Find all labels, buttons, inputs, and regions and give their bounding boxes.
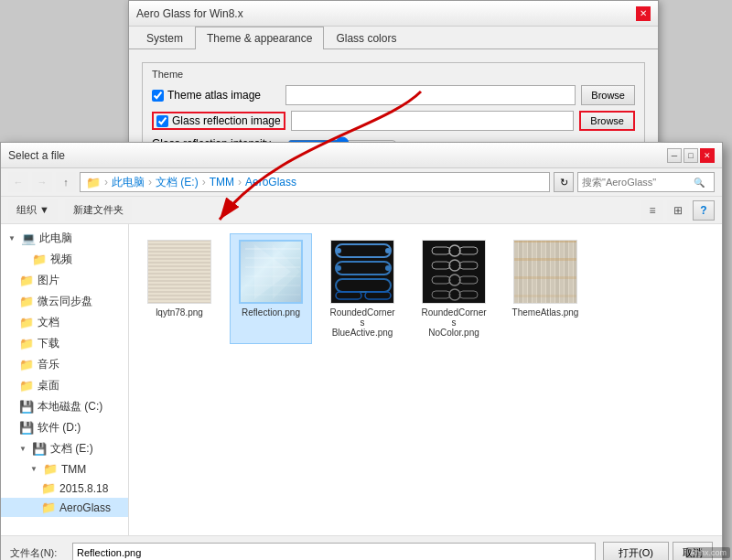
- svg-rect-1: [148, 240, 210, 304]
- toolbar-right: ≡ ⊞ ?: [641, 200, 715, 221]
- sidebar-tree: ▼ 💻 此电脑 📁 视频 📁 图片 📁 微云同步盘 📁 文档: [1, 224, 129, 535]
- file-dialog-titlebar: Select a file ─ □ ✕: [1, 143, 722, 168]
- forward-button[interactable]: →: [32, 172, 52, 192]
- svg-rect-58: [533, 240, 536, 304]
- search-input[interactable]: [582, 177, 692, 188]
- glass-reflection-browse-button[interactable]: Browse: [579, 111, 635, 131]
- glass-reflection-input[interactable]: [291, 111, 575, 131]
- maximize-button[interactable]: □: [684, 148, 698, 163]
- tree-item-weiyun[interactable]: 📁 微云同步盘: [1, 291, 128, 312]
- svg-rect-56: [523, 240, 527, 304]
- svg-rect-59: [537, 240, 541, 304]
- tree-item-downloads[interactable]: 📁 下载: [1, 333, 128, 354]
- tab-system[interactable]: System: [135, 27, 195, 49]
- svg-rect-12: [148, 276, 210, 278]
- svg-rect-19: [148, 302, 210, 304]
- svg-rect-63: [555, 240, 559, 304]
- file-name-lqytn: lqytn78.png: [156, 307, 203, 318]
- file-thumbnail-rounded-blue: [330, 240, 394, 304]
- view-details-button[interactable]: ≡: [641, 200, 663, 221]
- theme-atlas-browse-button[interactable]: Browse: [581, 85, 635, 105]
- theme-atlas-input[interactable]: E:\TMM\AeroGlass\ThemeAtlas.png: [285, 85, 576, 105]
- svg-rect-17: [148, 295, 210, 296]
- titlebar-buttons: ─ □ ✕: [667, 148, 715, 163]
- svg-rect-66: [569, 240, 573, 304]
- filename-input[interactable]: Reflection.png: [72, 543, 596, 560]
- tab-glass-colors[interactable]: Glass colors: [324, 27, 408, 49]
- open-button[interactable]: 打开(O): [603, 542, 669, 560]
- view-tiles-button[interactable]: ⊞: [667, 200, 689, 221]
- svg-rect-69: [514, 258, 576, 261]
- svg-rect-55: [519, 240, 522, 304]
- file-item-reflection[interactable]: Reflection.png: [230, 233, 312, 344]
- toolbar: 组织 ▼ 新建文件夹 ≡ ⊞ ?: [1, 197, 722, 224]
- glass-reflection-checkbox[interactable]: [156, 115, 168, 127]
- close-button[interactable]: ✕: [700, 148, 715, 163]
- bg-dialog-titlebar: Aero Glass for Win8.x ✕: [129, 1, 658, 27]
- minimize-button[interactable]: ─: [667, 148, 682, 163]
- svg-rect-16: [148, 291, 210, 293]
- tree-item-c[interactable]: 💾 本地磁盘 (C:): [1, 396, 128, 417]
- glass-reflection-label: Glass reflection image: [152, 112, 285, 130]
- file-item-lqytn[interactable]: lqytn78.png: [138, 233, 221, 344]
- home-icon: 📁: [86, 176, 101, 189]
- file-item-atlas[interactable]: ThemeAtlas.png: [504, 233, 587, 344]
- file-name-rounded-nocolor: RoundedCornersNoColor.png: [419, 307, 489, 338]
- svg-point-37: [336, 265, 341, 271]
- tree-item-2015[interactable]: 📁 2015.8.18: [1, 479, 128, 498]
- svg-rect-64: [560, 240, 564, 304]
- file-thumbnail-reflection: [239, 240, 303, 304]
- tree-item-tmm[interactable]: ▼ 📁 TMM: [1, 459, 128, 479]
- theme-group-label: Theme: [152, 69, 635, 80]
- tree-item-pictures[interactable]: 📁 图片: [1, 270, 128, 291]
- bg-dialog-close-button[interactable]: ✕: [636, 6, 651, 21]
- tree-item-aeroglass[interactable]: 📁 AeroGlass: [1, 498, 128, 517]
- svg-rect-70: [514, 276, 576, 279]
- file-thumbnail-rounded-nocolor: [422, 240, 486, 304]
- up-button[interactable]: ↑: [56, 172, 76, 192]
- watermark: Anhx.com: [686, 547, 730, 558]
- organize-button[interactable]: 组织 ▼: [8, 199, 58, 221]
- tree-item-desktop[interactable]: 📁 桌面: [1, 375, 128, 396]
- file-dialog-title: Select a file: [8, 149, 65, 162]
- tree-item-d[interactable]: 💾 软件 (D:): [1, 417, 128, 438]
- tree-item-docs[interactable]: 📁 文档: [1, 312, 128, 333]
- glass-reflection-row: Glass reflection image Browse: [152, 111, 635, 131]
- svg-rect-14: [148, 284, 210, 285]
- tree-item-pc[interactable]: ▼ 💻 此电脑: [1, 228, 128, 249]
- file-item-rounded-nocolor[interactable]: RoundedCornersNoColor.png: [413, 233, 495, 344]
- theme-atlas-checkbox[interactable]: [152, 90, 164, 102]
- file-dialog-body: ▼ 💻 此电脑 📁 视频 📁 图片 📁 微云同步盘 📁 文档: [1, 224, 722, 535]
- file-thumbnail-lqytn: [147, 240, 211, 304]
- svg-point-39: [385, 265, 391, 271]
- svg-rect-62: [551, 240, 554, 304]
- back-button[interactable]: ←: [8, 172, 28, 192]
- tab-theme-appearance[interactable]: Theme & appearance: [195, 27, 324, 49]
- svg-rect-3: [148, 243, 210, 245]
- filename-row: 文件名(N): Reflection.png 打开(O) 取消: [10, 542, 713, 560]
- svg-rect-10: [148, 269, 210, 271]
- address-bar: ← → ↑ 📁 › 此电脑 › 文档 (E:) › TMM › AeroGlas…: [1, 168, 722, 197]
- refresh-button[interactable]: ↻: [554, 172, 574, 192]
- svg-rect-60: [542, 240, 545, 304]
- svg-rect-4: [148, 247, 210, 249]
- breadcrumb-aeroglass[interactable]: AeroGlass: [245, 176, 296, 188]
- filename-label: 文件名(N):: [10, 546, 65, 560]
- svg-rect-7: [148, 258, 210, 260]
- theme-atlas-label: Theme atlas image: [152, 89, 280, 102]
- new-folder-button[interactable]: 新建文件夹: [65, 199, 132, 221]
- svg-point-38: [385, 248, 391, 253]
- tree-item-video[interactable]: 📁 视频: [1, 249, 128, 270]
- svg-rect-68: [514, 240, 576, 242]
- svg-rect-2: [148, 240, 210, 242]
- breadcrumb-docs[interactable]: 文档 (E:): [156, 175, 199, 190]
- help-button[interactable]: ?: [693, 200, 715, 221]
- tree-item-e[interactable]: ▼ 💾 文档 (E:): [1, 438, 128, 459]
- svg-rect-15: [148, 287, 210, 289]
- breadcrumb-tmm[interactable]: TMM: [210, 176, 234, 188]
- file-item-rounded-blue[interactable]: RoundedCornersBlueActive.png: [321, 233, 404, 344]
- tree-item-music[interactable]: 📁 音乐: [1, 354, 128, 375]
- svg-rect-6: [148, 254, 210, 256]
- breadcrumb-pc[interactable]: 此电脑: [112, 175, 145, 190]
- breadcrumb-bar: 📁 › 此电脑 › 文档 (E:) › TMM › AeroGlass: [80, 172, 550, 192]
